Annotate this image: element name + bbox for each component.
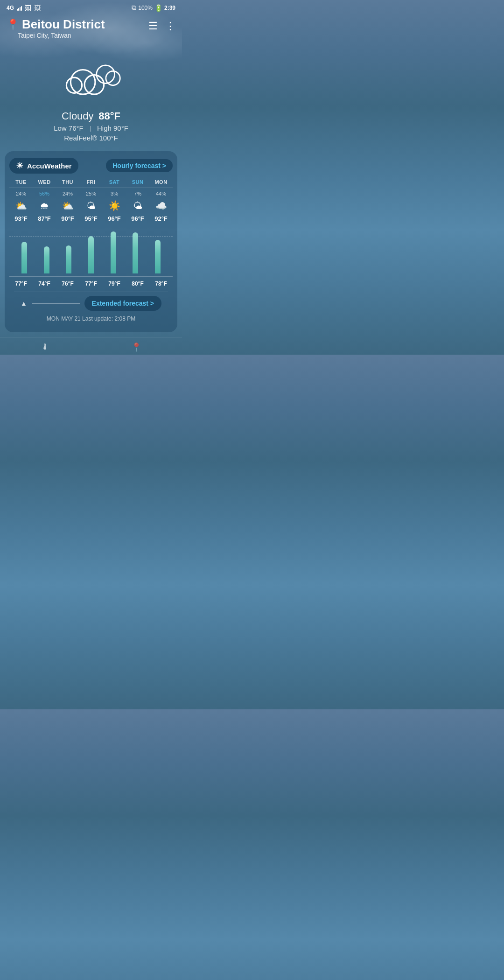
nav-icon-1: 🌡 xyxy=(41,342,49,352)
high-temp-col: 87°F xyxy=(33,215,56,222)
nav-item-2[interactable]: 📍 xyxy=(131,342,141,352)
bars-container xyxy=(9,227,173,273)
low-temp-col: 79°F xyxy=(103,280,126,287)
low-temps-row: 77°F74°F76°F77°F79°F80°F78°F xyxy=(9,280,173,289)
bar-wrapper xyxy=(35,227,58,273)
temperature-bar xyxy=(111,231,116,273)
weather-icon-small: 🌧 xyxy=(40,201,49,210)
precip-value: 7% xyxy=(134,191,141,196)
weather-icon-col: 🌧 xyxy=(33,201,56,212)
network-label: 4G xyxy=(7,5,14,11)
high-temp-col: 96°F xyxy=(126,215,149,222)
temperature-bar xyxy=(88,236,94,273)
temperature-bar xyxy=(133,232,138,273)
location-name: 📍 Beitou District xyxy=(7,17,105,32)
bar-wrapper xyxy=(80,227,102,273)
high-temp-value: 93°F xyxy=(14,215,28,222)
header-icons[interactable]: ☰ ⋮ xyxy=(148,17,175,32)
nav-item-1[interactable]: 🌡 xyxy=(41,342,49,352)
day-col: TUE xyxy=(9,179,33,185)
svg-rect-2 xyxy=(105,74,120,85)
bar-wrapper xyxy=(125,227,147,273)
bar-wrapper xyxy=(102,227,125,273)
day-label: THU xyxy=(62,179,73,185)
battery-label: 100% xyxy=(138,5,153,11)
location-sub: Taipei City, Taiwan xyxy=(18,32,105,39)
day-col: SAT xyxy=(103,179,126,185)
hourly-forecast-button[interactable]: Hourly forecast > xyxy=(106,159,173,172)
day-col: THU xyxy=(56,179,79,185)
precip-value: 44% xyxy=(156,191,166,196)
bottom-nav: 🌡 📍 xyxy=(0,337,182,354)
bar-chart xyxy=(9,227,173,273)
temperature-label: 88°F xyxy=(96,110,120,122)
high-temp-col: 90°F xyxy=(56,215,79,222)
extended-forecast-button[interactable]: Extended forecast > xyxy=(84,296,161,311)
temperature-bar xyxy=(66,245,71,273)
divider-line xyxy=(32,303,80,304)
low-temp-col: 78°F xyxy=(149,280,173,287)
temperature-bar xyxy=(21,242,27,273)
bar-wrapper xyxy=(13,227,35,273)
accu-bar: ☀ AccuWeather Hourly forecast > xyxy=(9,158,173,174)
svg-rect-6 xyxy=(74,82,104,95)
status-left: 4G 🖼 🖼 xyxy=(7,4,41,12)
day-col: MON xyxy=(149,179,173,185)
day-col: FRI xyxy=(79,179,103,185)
bar-wrapper xyxy=(147,227,169,273)
low-label: Low 76°F xyxy=(54,124,84,132)
precip-col: 44% xyxy=(149,191,173,198)
precip-value: 24% xyxy=(63,191,73,196)
more-options-icon[interactable]: ⋮ xyxy=(165,20,175,32)
day-label: FRI xyxy=(86,179,95,185)
high-temp-value: 87°F xyxy=(38,215,51,222)
precip-value: 24% xyxy=(16,191,26,196)
bar-wrapper xyxy=(57,227,80,273)
bottom-bar: ▲ Extended forecast > xyxy=(14,292,168,313)
high-temp-col: 92°F xyxy=(149,215,173,222)
forecast-section: ☀ AccuWeather Hourly forecast > TUEWEDTH… xyxy=(5,151,177,332)
high-label: High 90°F xyxy=(97,124,128,132)
weather-icon-area xyxy=(0,45,182,110)
high-temp-value: 96°F xyxy=(108,215,121,222)
header: 📍 Beitou District Taipei City, Taiwan ☰ … xyxy=(0,14,182,45)
precip-value: 3% xyxy=(111,191,118,196)
last-update-label: MON MAY 21 Last update: 2:08 PM xyxy=(9,313,173,328)
day-col: SUN xyxy=(126,179,149,185)
list-location-icon[interactable]: ☰ xyxy=(148,20,158,32)
nav-icon-2: 📍 xyxy=(131,342,141,352)
battery-icon: 🔋 xyxy=(154,4,162,12)
day-label: SAT xyxy=(109,179,120,185)
accuweather-logo: ☀ AccuWeather xyxy=(9,158,78,174)
weather-icon-small: ☀️ xyxy=(109,201,120,210)
signal-icon xyxy=(17,5,22,11)
precip-value: 25% xyxy=(86,191,96,196)
time-label: 2:39 xyxy=(164,5,175,11)
rotate-icon: ⧉ xyxy=(132,4,136,12)
high-temp-col: 95°F xyxy=(79,215,103,222)
low-temp-col: 74°F xyxy=(33,280,56,287)
status-right: ⧉ 100% 🔋 2:39 xyxy=(132,4,175,12)
day-col: WED xyxy=(33,179,56,185)
location-city: Beitou District xyxy=(22,17,105,32)
image-icon2: 🖼 xyxy=(34,4,41,12)
condition-label: Cloudy xyxy=(62,110,93,122)
precip-row: 24%56%24%25%3%7%44% xyxy=(9,191,173,198)
weather-icon-col: ⛅ xyxy=(56,201,79,212)
weather-icon-small: 🌤 xyxy=(86,201,96,210)
temperature-bar xyxy=(155,240,161,273)
weather-icon-col: 🌤 xyxy=(126,201,149,212)
image-icon: 🖼 xyxy=(25,4,31,12)
precip-col: 25% xyxy=(79,191,103,198)
weather-icon-small: 🌤 xyxy=(133,201,142,210)
weather-icons-row: ⛅🌧⛅🌤☀️🌤☁️ xyxy=(9,201,173,212)
weather-icon-small: ⛅ xyxy=(15,201,27,210)
high-temp-value: 96°F xyxy=(131,215,144,222)
precip-col: 3% xyxy=(103,191,126,198)
cloud-icon xyxy=(58,59,124,101)
weather-icon-col: ☀️ xyxy=(103,201,126,212)
high-temp-value: 90°F xyxy=(61,215,74,222)
accu-sun-icon: ☀ xyxy=(16,161,23,171)
weather-icon-small: ☁️ xyxy=(155,201,167,210)
weather-icon-col: ⛅ xyxy=(9,201,33,212)
